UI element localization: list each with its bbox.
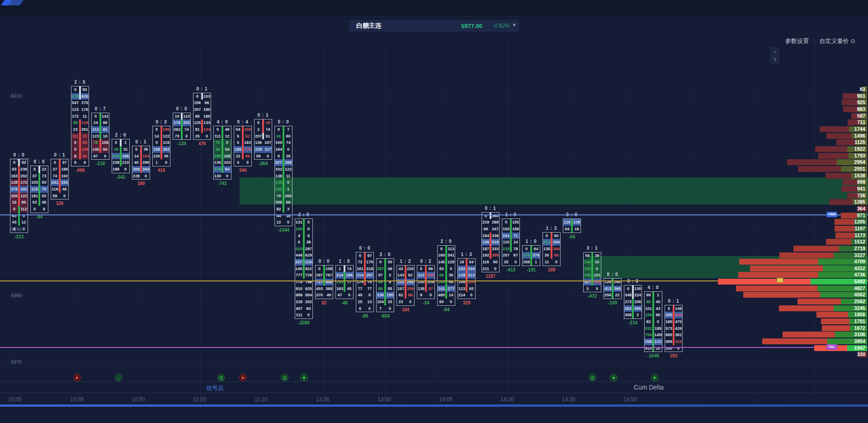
profile-value: 4827: [854, 285, 865, 291]
bid-volume: 278: [10, 186, 18, 193]
bid-volume: 104: [377, 299, 384, 305]
ask-volume: 117: [264, 146, 272, 153]
footprint-row: 0108: [316, 266, 333, 272]
bid-volume: 163: [10, 173, 18, 180]
bid-volume: 185: [234, 146, 242, 153]
signal-pin-icon[interactable]: ➤: [651, 374, 659, 381]
footprint-row: 1000: [584, 266, 601, 272]
bid-volume: 163: [336, 285, 344, 292]
profile-row: [762, 338, 867, 344]
signal-pin-icon[interactable]: ➤: [239, 374, 247, 381]
ask-volume: 236: [20, 166, 28, 173]
profile-bid-bar: [736, 285, 817, 291]
last-price-marker[interactable]: [777, 278, 783, 283]
footprint-row: 10110: [173, 113, 190, 120]
ask-volume: 69: [244, 153, 251, 160]
bar-delta-label: 203: [665, 353, 683, 358]
bid-volume: 0: [153, 126, 160, 133]
bid-volume: 180: [665, 318, 673, 325]
ask-volume: 45: [40, 199, 48, 206]
footprint-row: 573429: [665, 325, 682, 332]
signal-stack-icon[interactable]: ☰: [589, 374, 596, 381]
ask-volume: 0: [593, 285, 601, 292]
profile-value: 925: [857, 100, 865, 105]
bid-volume: 81: [193, 126, 201, 133]
footprint-row: 2513: [356, 299, 373, 305]
ask-volume: 0: [203, 133, 211, 140]
ask-volume: 196: [122, 153, 129, 160]
signal-tri-down-icon[interactable]: ▼: [300, 374, 308, 381]
bid-volume: 446: [295, 252, 303, 259]
param-settings-button[interactable]: 参数设置: [785, 38, 809, 44]
bid-volume: 123: [458, 285, 466, 292]
footprint-row: 72176: [356, 259, 373, 266]
bid-volume: 254: [336, 279, 344, 285]
profile-bid-bar: [835, 233, 855, 238]
imbalance-header: 1 : 2: [396, 259, 415, 264]
footprint-row: 11846: [51, 186, 68, 193]
footprint-row: 7777: [356, 285, 373, 292]
footprint-box: 1282396418: [563, 219, 581, 233]
bid-volume: 0: [112, 139, 120, 146]
ask-volume: 20: [654, 345, 662, 352]
bid-volume: 219: [482, 219, 490, 226]
bid-volume: 218: [295, 299, 303, 305]
profile-row: [718, 279, 867, 285]
signal-pin-icon[interactable]: ➤: [73, 374, 81, 381]
ask-volume: 124: [203, 126, 211, 133]
custom-volume-price-button[interactable]: 自定义量价: [819, 38, 849, 44]
profile-value: 4312: [854, 266, 865, 271]
footprint-row: 20767: [502, 252, 519, 259]
footprint-row: 126290: [604, 279, 621, 285]
ask-volume: 365: [613, 285, 621, 292]
bid-volume: 989: [295, 292, 303, 299]
footprint-row: 110: [543, 259, 560, 266]
ask-volume: 0: [654, 318, 662, 325]
instrument-selector[interactable]: 白糖主连 5977.00 -0.62% ▼: [349, 20, 519, 32]
bid-volume: 85: [645, 299, 652, 305]
ask-volume: 12: [223, 133, 231, 140]
signal-arrow-down-icon[interactable]: ↓: [115, 374, 123, 381]
signal-tri-down-icon[interactable]: ▼: [610, 374, 618, 381]
bid-volume: 103: [502, 226, 510, 233]
profile-bid-bar: [826, 173, 851, 179]
bid-volume: 25: [193, 133, 201, 140]
ask-volume: 39: [593, 252, 601, 259]
profile-row: [750, 266, 867, 271]
footprint-row: 250: [502, 259, 519, 266]
bid-volume: 72: [356, 259, 364, 266]
footprint-chart[interactable]: 60106000599059805970VWAVAL83901925883587…: [0, 16, 868, 423]
toolbar-divider: |: [813, 38, 815, 44]
collapse-button[interactable]: ＞: [771, 48, 779, 56]
gear-icon[interactable]: ⊙: [850, 38, 855, 44]
bar-delta-label: -604: [376, 314, 394, 318]
bid-volume: 59: [255, 153, 262, 160]
bid-volume: 6: [356, 305, 364, 312]
ask-volume: 944: [675, 312, 682, 318]
bid-volume: 5: [234, 133, 242, 140]
bid-volume: 128: [563, 219, 571, 226]
bid-volume: 214: [458, 292, 466, 299]
bar-delta-label: -264: [254, 161, 272, 166]
footprint-box: 1310190046038102029744662915771193140162…: [295, 219, 313, 319]
footprint-row: 670: [92, 153, 109, 160]
bid-volume: 0: [502, 219, 510, 226]
ask-volume: 18: [284, 213, 292, 219]
bid-volume: 241: [502, 233, 510, 239]
footprint-row: 207190: [193, 106, 211, 113]
bid-volume: 0: [624, 285, 632, 292]
footprint-row: 11122: [71, 133, 89, 140]
chevron-down-icon[interactable]: ▼: [512, 22, 517, 28]
bid-volume: 11: [543, 259, 551, 266]
bid-volume: 143: [397, 272, 405, 279]
panel-help-button[interactable]: ?: [771, 56, 779, 64]
footprint-box: 015510318624171110142187820767250: [502, 219, 520, 266]
bid-volume: 159: [193, 100, 201, 106]
price-axis-label: 6010: [11, 93, 22, 99]
signal-stack-icon[interactable]: ☰: [217, 374, 225, 381]
footprint-row: 7041400: [645, 332, 662, 338]
signal-stack-icon[interactable]: ☰: [281, 374, 288, 381]
bid-volume: 70: [275, 193, 283, 200]
bid-volume: 0: [523, 246, 530, 252]
bid-volume: 82: [275, 206, 283, 213]
